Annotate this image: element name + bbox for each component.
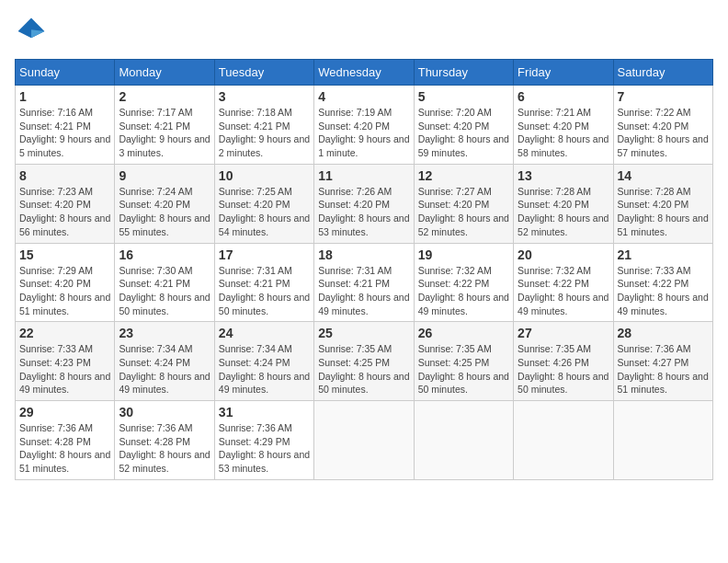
day-info: Sunrise: 7:36 AM Sunset: 4:28 PM Dayligh… [119,421,210,476]
day-info: Sunrise: 7:31 AM Sunset: 4:21 PM Dayligh… [219,264,310,318]
calendar-cell: 28 Sunrise: 7:36 AM Sunset: 4:27 PM Dayl… [613,322,712,401]
column-header-wednesday: Wednesday [314,60,414,86]
calendar-cell: 8 Sunrise: 7:23 AM Sunset: 4:20 PM Dayli… [16,164,115,243]
day-number: 29 [19,405,110,419]
calendar-cell: 7 Sunrise: 7:22 AM Sunset: 4:20 PM Dayli… [613,86,712,165]
day-info: Sunrise: 7:17 AM Sunset: 4:21 PM Dayligh… [119,106,210,160]
calendar-cell: 30 Sunrise: 7:36 AM Sunset: 4:28 PM Dayl… [115,401,214,480]
day-info: Sunrise: 7:34 AM Sunset: 4:24 PM Dayligh… [119,342,210,396]
calendar-table: SundayMondayTuesdayWednesdayThursdayFrid… [15,59,713,480]
day-info: Sunrise: 7:35 AM Sunset: 4:26 PM Dayligh… [518,342,609,396]
day-info: Sunrise: 7:36 AM Sunset: 4:27 PM Dayligh… [618,342,709,396]
page-header [15,15,713,48]
day-number: 19 [418,247,509,262]
day-number: 18 [318,247,409,262]
calendar-cell [613,401,712,480]
day-info: Sunrise: 7:27 AM Sunset: 4:20 PM Dayligh… [418,185,509,239]
calendar-cell: 23 Sunrise: 7:34 AM Sunset: 4:24 PM Dayl… [115,322,214,401]
calendar-week-row: 29 Sunrise: 7:36 AM Sunset: 4:28 PM Dayl… [16,401,713,480]
calendar-cell: 29 Sunrise: 7:36 AM Sunset: 4:28 PM Dayl… [16,401,115,480]
calendar-header-row: SundayMondayTuesdayWednesdayThursdayFrid… [16,60,713,86]
calendar-cell: 20 Sunrise: 7:32 AM Sunset: 4:22 PM Dayl… [514,243,613,322]
day-number: 5 [418,89,509,104]
day-info: Sunrise: 7:36 AM Sunset: 4:28 PM Dayligh… [19,421,110,476]
day-info: Sunrise: 7:24 AM Sunset: 4:20 PM Dayligh… [119,185,210,239]
day-number: 22 [19,326,110,340]
day-number: 31 [219,405,310,419]
calendar-cell: 10 Sunrise: 7:25 AM Sunset: 4:20 PM Dayl… [214,164,313,243]
day-info: Sunrise: 7:31 AM Sunset: 4:21 PM Dayligh… [318,264,409,318]
calendar-cell: 31 Sunrise: 7:36 AM Sunset: 4:29 PM Dayl… [214,401,313,480]
day-number: 24 [219,326,310,340]
calendar-week-row: 1 Sunrise: 7:16 AM Sunset: 4:21 PM Dayli… [16,86,713,165]
day-info: Sunrise: 7:25 AM Sunset: 4:20 PM Dayligh… [219,185,310,239]
column-header-thursday: Thursday [414,60,513,86]
calendar-cell: 17 Sunrise: 7:31 AM Sunset: 4:21 PM Dayl… [214,243,313,322]
day-info: Sunrise: 7:36 AM Sunset: 4:29 PM Dayligh… [219,421,310,476]
day-number: 20 [518,247,609,262]
day-info: Sunrise: 7:35 AM Sunset: 4:25 PM Dayligh… [318,342,409,396]
calendar-week-row: 22 Sunrise: 7:33 AM Sunset: 4:23 PM Dayl… [16,322,713,401]
calendar-cell: 11 Sunrise: 7:26 AM Sunset: 4:20 PM Dayl… [314,164,414,243]
day-number: 28 [618,326,709,340]
day-number: 3 [219,89,310,104]
day-number: 21 [618,247,709,262]
logo [15,15,53,48]
day-info: Sunrise: 7:33 AM Sunset: 4:22 PM Dayligh… [618,264,709,318]
day-info: Sunrise: 7:18 AM Sunset: 4:21 PM Dayligh… [219,106,310,160]
calendar-cell: 18 Sunrise: 7:31 AM Sunset: 4:21 PM Dayl… [314,243,414,322]
calendar-cell: 22 Sunrise: 7:33 AM Sunset: 4:23 PM Dayl… [16,322,115,401]
day-number: 6 [518,89,609,104]
calendar-cell: 9 Sunrise: 7:24 AM Sunset: 4:20 PM Dayli… [115,164,214,243]
calendar-cell: 12 Sunrise: 7:27 AM Sunset: 4:20 PM Dayl… [414,164,513,243]
day-info: Sunrise: 7:21 AM Sunset: 4:20 PM Dayligh… [518,106,609,160]
calendar-cell: 1 Sunrise: 7:16 AM Sunset: 4:21 PM Dayli… [16,86,115,165]
day-number: 25 [318,326,409,340]
column-header-tuesday: Tuesday [214,60,313,86]
day-number: 8 [19,168,110,183]
calendar-cell: 24 Sunrise: 7:34 AM Sunset: 4:24 PM Dayl… [214,322,313,401]
day-info: Sunrise: 7:20 AM Sunset: 4:20 PM Dayligh… [418,106,509,160]
day-info: Sunrise: 7:33 AM Sunset: 4:23 PM Dayligh… [19,342,110,396]
calendar-cell: 27 Sunrise: 7:35 AM Sunset: 4:26 PM Dayl… [514,322,613,401]
calendar-cell: 19 Sunrise: 7:32 AM Sunset: 4:22 PM Dayl… [414,243,513,322]
calendar-cell: 2 Sunrise: 7:17 AM Sunset: 4:21 PM Dayli… [115,86,214,165]
day-number: 1 [19,89,110,104]
calendar-cell [314,401,414,480]
day-info: Sunrise: 7:19 AM Sunset: 4:20 PM Dayligh… [318,106,409,160]
day-info: Sunrise: 7:30 AM Sunset: 4:21 PM Dayligh… [119,264,210,318]
day-info: Sunrise: 7:26 AM Sunset: 4:20 PM Dayligh… [318,185,409,239]
calendar-cell [514,401,613,480]
day-number: 11 [318,168,409,183]
calendar-cell: 6 Sunrise: 7:21 AM Sunset: 4:20 PM Dayli… [514,86,613,165]
logo-icon [15,15,48,48]
day-number: 17 [219,247,310,262]
day-number: 27 [518,326,609,340]
calendar-cell [414,401,513,480]
calendar-week-row: 15 Sunrise: 7:29 AM Sunset: 4:20 PM Dayl… [16,243,713,322]
day-number: 15 [19,247,110,262]
day-info: Sunrise: 7:22 AM Sunset: 4:20 PM Dayligh… [618,106,709,160]
calendar-cell: 16 Sunrise: 7:30 AM Sunset: 4:21 PM Dayl… [115,243,214,322]
day-info: Sunrise: 7:23 AM Sunset: 4:20 PM Dayligh… [19,185,110,239]
column-header-monday: Monday [115,60,214,86]
column-header-sunday: Sunday [16,60,115,86]
day-number: 2 [119,89,210,104]
column-header-saturday: Saturday [613,60,712,86]
calendar-cell: 15 Sunrise: 7:29 AM Sunset: 4:20 PM Dayl… [16,243,115,322]
calendar-cell: 5 Sunrise: 7:20 AM Sunset: 4:20 PM Dayli… [414,86,513,165]
day-info: Sunrise: 7:28 AM Sunset: 4:20 PM Dayligh… [618,185,709,239]
day-number: 9 [119,168,210,183]
day-number: 14 [618,168,709,183]
day-info: Sunrise: 7:35 AM Sunset: 4:25 PM Dayligh… [418,342,509,396]
calendar-week-row: 8 Sunrise: 7:23 AM Sunset: 4:20 PM Dayli… [16,164,713,243]
day-info: Sunrise: 7:32 AM Sunset: 4:22 PM Dayligh… [518,264,609,318]
day-number: 30 [119,405,210,419]
day-info: Sunrise: 7:34 AM Sunset: 4:24 PM Dayligh… [219,342,310,396]
day-number: 13 [518,168,609,183]
day-number: 10 [219,168,310,183]
calendar-cell: 13 Sunrise: 7:28 AM Sunset: 4:20 PM Dayl… [514,164,613,243]
column-header-friday: Friday [514,60,613,86]
day-number: 7 [618,89,709,104]
calendar-cell: 14 Sunrise: 7:28 AM Sunset: 4:20 PM Dayl… [613,164,712,243]
